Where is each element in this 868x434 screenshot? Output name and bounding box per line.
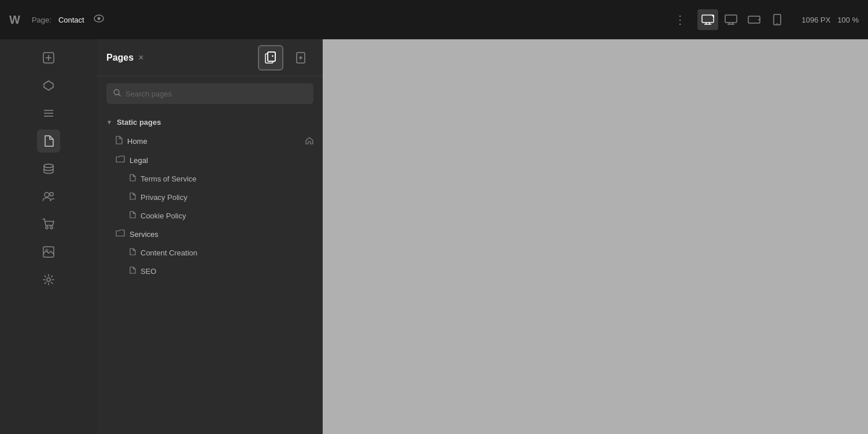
pages-panel: Pages × bbox=[97, 39, 323, 434]
more-options-icon[interactable]: ⋮ bbox=[674, 13, 686, 27]
chevron-down-icon: ▼ bbox=[106, 119, 112, 125]
page-file-icon bbox=[130, 266, 136, 276]
page-file-icon bbox=[130, 174, 136, 183]
sidebar-item-pages[interactable] bbox=[37, 129, 60, 153]
zoom-display: 100 % bbox=[837, 16, 859, 24]
webflow-logo: W bbox=[9, 13, 20, 27]
page-item-label: Cookie Policy bbox=[141, 212, 186, 220]
search-container bbox=[97, 76, 323, 111]
svg-rect-7 bbox=[725, 15, 737, 23]
icon-sidebar bbox=[0, 39, 97, 434]
svg-point-25 bbox=[50, 227, 53, 229]
sidebar-item-add[interactable] bbox=[37, 46, 60, 69]
page-file-icon bbox=[130, 248, 136, 257]
canvas-area bbox=[323, 39, 868, 434]
svg-line-38 bbox=[119, 94, 121, 97]
page-item-label: Terms of Service bbox=[141, 175, 197, 183]
list-item[interactable]: Terms of Service bbox=[97, 169, 323, 188]
pages-list: ▼ Static pages Home bbox=[97, 111, 323, 434]
list-item[interactable]: SEO bbox=[97, 262, 323, 280]
sidebar-item-ecommerce[interactable] bbox=[37, 213, 60, 236]
page-file-icon bbox=[130, 211, 136, 220]
svg-rect-2 bbox=[702, 15, 714, 23]
svg-point-24 bbox=[46, 227, 48, 229]
sidebar-item-components[interactable] bbox=[37, 74, 60, 97]
folder-icon bbox=[116, 155, 125, 165]
page-item-label: Content Creation bbox=[141, 248, 197, 257]
svg-point-23 bbox=[50, 192, 53, 196]
home-icon bbox=[305, 136, 313, 146]
page-name: Contact bbox=[58, 16, 84, 24]
sidebar-item-users[interactable] bbox=[37, 185, 60, 208]
section-label-static-pages: Static pages bbox=[117, 118, 161, 127]
device-desktop-button[interactable] bbox=[721, 9, 741, 30]
sidebar-item-database[interactable] bbox=[37, 157, 60, 180]
list-item[interactable]: Cookie Policy bbox=[97, 206, 323, 225]
list-item[interactable]: Content Creation bbox=[97, 243, 323, 262]
page-item-label: Home bbox=[127, 137, 301, 146]
panel-close-button[interactable]: × bbox=[138, 53, 143, 63]
device-tablet-landscape-button[interactable] bbox=[744, 9, 764, 30]
svg-point-22 bbox=[45, 192, 49, 197]
list-item[interactable]: Privacy Policy bbox=[97, 188, 323, 206]
folder-icon bbox=[116, 229, 125, 239]
page-label: Page: bbox=[32, 16, 51, 24]
panel-header: Pages × bbox=[97, 39, 323, 76]
page-file-icon bbox=[130, 192, 136, 202]
svg-point-12 bbox=[758, 19, 759, 20]
sidebar-item-assets[interactable] bbox=[37, 240, 60, 264]
px-display: 1096 PX bbox=[801, 16, 830, 24]
page-file-icon bbox=[116, 136, 123, 146]
list-item[interactable]: Home bbox=[97, 131, 323, 151]
tab-copy-page[interactable] bbox=[258, 45, 283, 71]
svg-rect-30 bbox=[268, 52, 275, 61]
sidebar-item-layers[interactable] bbox=[37, 102, 60, 125]
device-buttons bbox=[697, 9, 788, 30]
subfolder-legal[interactable]: Legal bbox=[97, 151, 323, 169]
device-desktop-large-button[interactable] bbox=[697, 9, 718, 30]
search-icon bbox=[113, 89, 121, 98]
svg-point-1 bbox=[97, 17, 100, 20]
device-tablet-portrait-button[interactable] bbox=[767, 9, 788, 30]
subfolder-services[interactable]: Services bbox=[97, 225, 323, 243]
page-item-label: SEO bbox=[141, 267, 156, 276]
search-input[interactable] bbox=[125, 90, 306, 98]
svg-marker-6 bbox=[711, 15, 714, 18]
topbar: W Page: Contact ⋮ bbox=[0, 0, 868, 39]
section-static-pages[interactable]: ▼ Static pages bbox=[97, 113, 323, 131]
svg-point-28 bbox=[47, 278, 50, 281]
sidebar-item-settings[interactable] bbox=[37, 268, 60, 291]
preview-icon[interactable] bbox=[94, 14, 104, 25]
svg-point-14 bbox=[777, 23, 778, 24]
subfolder-label-legal: Legal bbox=[130, 156, 148, 165]
page-item-label: Privacy Policy bbox=[141, 193, 187, 202]
panel-title: Pages bbox=[106, 53, 134, 63]
tab-add-page[interactable] bbox=[288, 45, 313, 71]
svg-point-21 bbox=[44, 164, 53, 168]
search-wrap bbox=[106, 83, 313, 104]
subfolder-label-services: Services bbox=[130, 230, 158, 239]
